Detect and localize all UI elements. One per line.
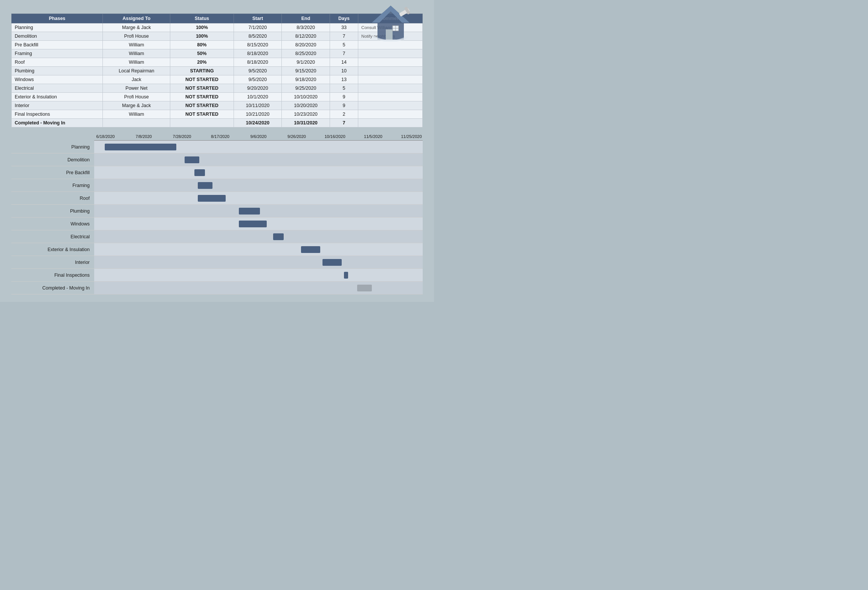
table-cell: William [103, 41, 170, 49]
table-cell: Marge & Jack [103, 101, 170, 110]
gantt-row: Demolition [11, 153, 423, 166]
gantt-row-label: Completed - Moving In [11, 285, 94, 291]
table-cell: Framing [12, 49, 103, 58]
table-row: Pre BackfillWilliam80%8/15/20208/20/2020… [12, 41, 423, 49]
table-cell [358, 58, 423, 67]
table-row: DemolitionProfi House100%8/5/20208/12/20… [12, 32, 423, 41]
gantt-row-label: Electrical [11, 234, 94, 239]
col-header-days: Days [330, 14, 358, 23]
table-cell: William [103, 110, 170, 119]
gantt-date-label: 10/16/2020 [324, 134, 346, 139]
gantt-bar [273, 233, 284, 240]
table-cell: 100% [170, 32, 234, 41]
gantt-date-label: 11/5/2020 [362, 134, 385, 139]
gantt-row-track [94, 218, 423, 230]
gantt-row: Framing [11, 179, 423, 192]
gantt-row: Interior [11, 256, 423, 269]
table-cell: STARTING [170, 67, 234, 75]
gantt-row: Completed - Moving In [11, 282, 423, 294]
gantt-row-track [94, 141, 423, 153]
gantt-row-track [94, 192, 423, 204]
table-cell: 33 [330, 23, 358, 32]
gantt-row-label: Demolition [11, 157, 94, 162]
gantt-row-label: Interior [11, 260, 94, 265]
table-row: ElectricalPower NetNOT STARTED9/20/20209… [12, 84, 423, 93]
table-cell [358, 93, 423, 101]
gantt-row-track [94, 230, 423, 243]
activity-table: Phases Assigned To Status Start End Days… [11, 14, 423, 127]
gantt-row-label: Framing [11, 183, 94, 188]
gantt-row: Windows [11, 218, 423, 230]
table-cell: Planning [12, 23, 103, 32]
table-cell: 7/1/2020 [234, 23, 282, 32]
table-cell: 10/23/2020 [282, 110, 330, 119]
table-row: PlanningMarge & Jack100%7/1/20208/3/2020… [12, 23, 423, 32]
gantt-row-track [94, 282, 423, 294]
table-cell: 8/3/2020 [282, 23, 330, 32]
gantt-row-label: Windows [11, 221, 94, 227]
gantt-bar [239, 221, 267, 227]
table-row: Exterior & InsulationProfi HouseNOT STAR… [12, 93, 423, 101]
table-cell: Roof [12, 58, 103, 67]
table-cell: 10/21/2020 [234, 110, 282, 119]
gantt-header: 6/18/20207/8/20207/28/20208/17/20209/6/2… [11, 134, 423, 141]
table-cell: 8/12/2020 [282, 32, 330, 41]
gantt-row: Roof [11, 192, 423, 205]
table-cell: 10 [330, 67, 358, 75]
table-cell: 10/24/2020 [234, 119, 282, 127]
gantt-date-label: 9/6/2020 [247, 134, 270, 139]
table-cell: Marge & Jack [103, 23, 170, 32]
table-cell: 100% [170, 23, 234, 32]
gantt-bar [198, 182, 212, 189]
gantt-row-label: Plumbing [11, 208, 94, 214]
table-cell: 9/18/2020 [282, 75, 330, 84]
house-icon [370, 4, 411, 43]
table-cell [358, 119, 423, 127]
table-cell: 9/20/2020 [234, 84, 282, 93]
table-cell: Electrical [12, 84, 103, 93]
table-cell: Demolition [12, 32, 103, 41]
table-cell: 7 [330, 32, 358, 41]
table-cell: Profi House [103, 32, 170, 41]
gantt-bar [344, 272, 348, 279]
svg-rect-2 [386, 29, 393, 40]
table-cell: NOT STARTED [170, 93, 234, 101]
page: Phases Assigned To Status Start End Days… [0, 0, 434, 302]
gantt-bar [357, 285, 372, 291]
gantt-row-track [94, 256, 423, 268]
gantt-bar [322, 259, 342, 266]
gantt-date-label: 9/26/2020 [286, 134, 308, 139]
gantt-row-track [94, 269, 423, 281]
table-cell: 8/25/2020 [282, 49, 330, 58]
table-cell: Local Repairman [103, 67, 170, 75]
gantt-row-label: Final Inspections [11, 273, 94, 278]
table-row: WindowsJackNOT STARTED9/5/20209/18/20201… [12, 75, 423, 84]
gantt-dates: 6/18/20207/8/20207/28/20208/17/20209/6/2… [94, 134, 423, 141]
gantt-row-track [94, 153, 423, 166]
gantt-bar [239, 208, 260, 215]
table-cell: 8/18/2020 [234, 58, 282, 67]
table-cell: 13 [330, 75, 358, 84]
table-cell: 8/20/2020 [282, 41, 330, 49]
table-cell: 5 [330, 84, 358, 93]
gantt-bar [185, 156, 199, 163]
table-cell: 10/31/2020 [282, 119, 330, 127]
table-cell: 7 [330, 119, 358, 127]
table-cell: NOT STARTED [170, 75, 234, 84]
gantt-row-label: Pre Backfill [11, 170, 94, 175]
table-cell: Windows [12, 75, 103, 84]
table-cell: 9/15/2020 [282, 67, 330, 75]
table-cell [358, 67, 423, 75]
table-cell [358, 49, 423, 58]
gantt-bar [198, 195, 226, 202]
gantt-section: 6/18/20207/8/20207/28/20208/17/20209/6/2… [11, 134, 423, 294]
table-row: RoofWilliam20%8/18/20209/1/202014 [12, 58, 423, 67]
table-cell: Power Net [103, 84, 170, 93]
gantt-bar [301, 246, 320, 253]
table-cell: 9/1/2020 [282, 58, 330, 67]
table-cell: 50% [170, 49, 234, 58]
table-row: PlumbingLocal RepairmanSTARTING9/5/20209… [12, 67, 423, 75]
table-row: Final InspectionsWilliamNOT STARTED10/21… [12, 110, 423, 119]
table-cell: 5 [330, 41, 358, 49]
gantt-date-label: 8/17/2020 [209, 134, 232, 139]
